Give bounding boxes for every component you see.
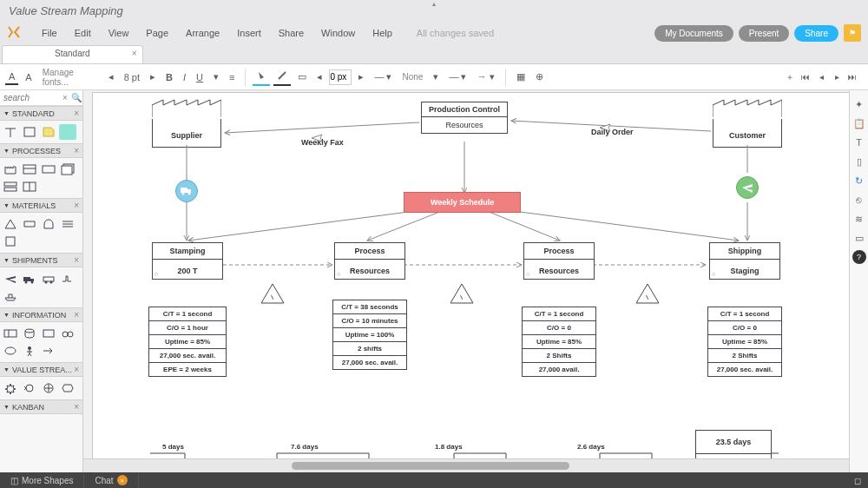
plane-icon[interactable] [736, 176, 759, 199]
palette-processes-header[interactable]: ▼PROCESSES× [0, 143, 82, 158]
fill-color-button[interactable] [253, 69, 270, 86]
rect-shape-icon[interactable] [21, 124, 38, 140]
shape-style-button[interactable]: ▭ [294, 69, 310, 84]
peek-bar-top[interactable]: ▴ [417, 0, 451, 7]
menu-window[interactable]: Window [312, 26, 364, 40]
van-shape-icon[interactable] [40, 271, 57, 287]
menu-arrange[interactable]: Arrange [177, 26, 228, 40]
search-icon[interactable]: 🔍 [69, 93, 83, 102]
present-button[interactable]: Present [739, 25, 789, 42]
link-icon[interactable]: ⎋ [852, 193, 866, 207]
close-icon[interactable]: × [74, 310, 79, 320]
close-icon[interactable]: × [74, 402, 79, 412]
palette-standard-header[interactable]: ▼STANDARD× [0, 106, 82, 121]
inventory-triangle-2[interactable]: I [449, 282, 471, 303]
palette-materials-header[interactable]: ▼MATERIALS× [0, 198, 82, 213]
text-more[interactable]: ▾ [210, 69, 222, 84]
forklift-icon[interactable] [59, 271, 76, 287]
search-input[interactable] [0, 91, 61, 104]
underline-button[interactable]: U [193, 70, 207, 84]
factory-icon[interactable] [2, 162, 19, 177]
present-icon[interactable]: ▭ [852, 231, 866, 245]
help-icon[interactable]: ? [852, 250, 866, 264]
truck-icon[interactable] [175, 180, 198, 202]
horizontal-scrollbar[interactable] [83, 458, 849, 472]
line-start-picker[interactable]: None [399, 70, 427, 83]
kanban-icon[interactable] [40, 326, 57, 341]
history-icon[interactable]: ↻ [852, 174, 866, 188]
canvas[interactable]: Supplier Customer Production Control Res… [83, 90, 849, 472]
weekly-schedule-node[interactable]: Weekly Schedule [404, 192, 521, 213]
add-page-icon[interactable]: ＋ [783, 70, 797, 84]
pull-icon[interactable] [40, 380, 57, 396]
notification-icon[interactable]: ⚑ [844, 24, 861, 42]
fifo-icon[interactable] [21, 216, 38, 232]
text-shape-icon[interactable] [2, 124, 19, 140]
ship-icon[interactable] [2, 288, 19, 304]
page[interactable]: Supplier Customer Production Control Res… [92, 92, 849, 465]
inventory-triangle-3[interactable]: I [635, 282, 657, 303]
schedule-icon[interactable] [2, 326, 19, 341]
chat-button[interactable]: Chat × [84, 473, 138, 487]
multi-box-icon[interactable] [59, 162, 76, 177]
menu-edit[interactable]: Edit [66, 26, 100, 40]
data-proc3[interactable]: C/T = 1 second C/O = 0 Uptime = 85% 2 Sh… [522, 307, 596, 377]
note-shape-icon[interactable] [40, 124, 57, 140]
buffer-icon[interactable] [40, 216, 57, 232]
nav-last-icon[interactable]: ⏭ [845, 70, 859, 84]
font-family-picker[interactable]: Manage fonts... [39, 66, 102, 89]
hex-icon[interactable] [59, 380, 76, 396]
italic-button[interactable]: I [180, 70, 189, 84]
menu-share[interactable]: Share [270, 26, 312, 40]
safety-icon[interactable] [59, 216, 76, 232]
process-box-icon[interactable] [21, 162, 38, 177]
my-documents-button[interactable]: My Documents [654, 25, 733, 42]
font-size-value[interactable]: 8 pt [121, 70, 143, 84]
fill-rect-icon[interactable] [59, 124, 76, 140]
arrow-end-button[interactable]: → ▾ [473, 69, 497, 84]
arrow2-icon[interactable] [40, 343, 57, 359]
line-type-button[interactable]: — ▾ [445, 69, 470, 84]
share-button[interactable]: Share [794, 25, 838, 42]
data-proc2[interactable]: C/T = 38 seconds C/O = 10 minutes Uptime… [332, 300, 407, 370]
inventory-triangle-1[interactable]: I [260, 282, 282, 303]
lock-button[interactable]: ⊕ [532, 69, 547, 84]
split-icon[interactable] [21, 179, 38, 195]
datacell-icon[interactable] [40, 162, 57, 177]
process-shipping[interactable]: Shipping Staging○ [709, 242, 780, 280]
stroke-width-input[interactable] [329, 69, 352, 85]
nav-first-icon[interactable]: ⏮ [799, 70, 812, 84]
nav-prev-icon[interactable]: ◂ [814, 70, 828, 84]
process-stamping[interactable]: Stamping 200 T○ [152, 242, 223, 280]
menu-insert[interactable]: Insert [228, 26, 270, 40]
app-logo[interactable] [7, 25, 24, 41]
font-size-up[interactable]: ▸ [147, 69, 159, 84]
close-icon[interactable]: × [74, 201, 79, 210]
font-color-icon[interactable]: A [5, 69, 18, 85]
menu-view[interactable]: View [100, 26, 138, 40]
doc-tab-standard[interactable]: Standard [2, 45, 143, 63]
palette-valuestream-header[interactable]: ▼VALUE STREA...× [0, 362, 82, 377]
layers-icon[interactable]: ≋ [852, 212, 866, 226]
close-icon[interactable]: × [74, 255, 79, 265]
close-chat-icon[interactable]: × [117, 475, 128, 485]
loop-icon[interactable] [21, 380, 38, 396]
close-icon[interactable]: × [74, 365, 79, 374]
process-3[interactable]: Process Resources○ [523, 242, 595, 280]
page-icon[interactable]: ▯ [852, 155, 866, 168]
image-button[interactable]: ▦ [513, 69, 529, 84]
highlight-icon[interactable]: A [22, 70, 35, 84]
burst-icon[interactable] [2, 380, 19, 396]
triangle-icon[interactable] [2, 216, 19, 232]
align-button[interactable]: ≡ [226, 70, 238, 84]
line-color-button[interactable] [273, 69, 291, 86]
close-icon[interactable]: × [74, 109, 79, 118]
stacked-icon[interactable] [2, 179, 19, 195]
data-shipping[interactable]: C/T = 1 second C/O = 0 Uptime = 85% 2 Sh… [707, 307, 782, 377]
palette-shipments-header[interactable]: ▼SHIPMENTS× [0, 253, 82, 267]
clear-search-icon[interactable]: × [61, 93, 69, 102]
bold-button[interactable]: B [162, 70, 176, 84]
operator-icon[interactable] [21, 343, 38, 359]
supermarket-icon[interactable] [2, 234, 19, 249]
plane-shape-icon[interactable] [2, 271, 19, 287]
